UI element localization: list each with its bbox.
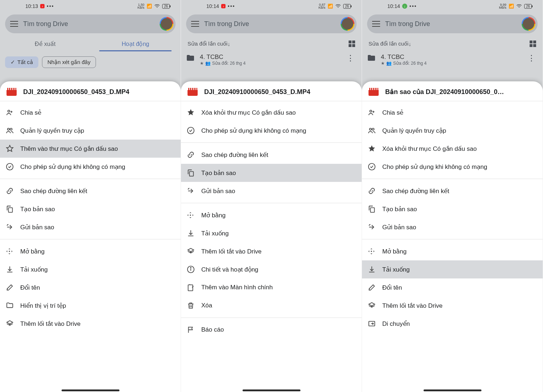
- menu-item-rename[interactable]: Đổi tên: [362, 278, 543, 297]
- svg-rect-7: [189, 171, 193, 176]
- status-more-icon: •••: [228, 3, 235, 9]
- menu-item-offline[interactable]: Cho phép sử dụng khi không có mạng: [362, 158, 543, 176]
- grid-view-icon[interactable]: [530, 41, 536, 47]
- menu-item-remove-star[interactable]: Xóa khỏi thư mục Có gắn dấu sao: [181, 103, 362, 122]
- divider: [0, 179, 181, 179]
- menu-item-report[interactable]: Báo cáo: [181, 321, 362, 339]
- menu-item-open-with[interactable]: Mở bằng: [0, 242, 181, 260]
- menu-item-move[interactable]: Di chuyển: [362, 315, 543, 333]
- open-with-icon: [6, 248, 20, 255]
- signal-icon: 📶: [509, 4, 514, 9]
- sort-row[interactable]: Sửa đổi lần cuối ↓: [362, 37, 543, 51]
- more-vertical-icon[interactable]: ⋮: [525, 54, 538, 63]
- menu-item-download[interactable]: Tải xuống: [181, 224, 362, 242]
- filter-chips: ✓Tất cảNhận xét gần đây: [0, 51, 181, 73]
- menu-label: Tạo bản sao: [382, 205, 417, 213]
- menu-item-share[interactable]: Chia sẻ: [362, 103, 543, 122]
- status-time: 10:14: [387, 3, 400, 9]
- divider: [0, 239, 181, 239]
- menu-item-access[interactable]: Quản lý quyền truy cập: [0, 122, 181, 140]
- search-placeholder: Tìm trong Drive: [204, 20, 341, 28]
- menu-item-add-star[interactable]: Thêm vào thư mục Có gắn dấu sao: [0, 140, 181, 158]
- menu-item-access[interactable]: Quản lý quyền truy cập: [362, 122, 543, 140]
- search-bar[interactable]: Tìm trong Drive: [367, 14, 538, 33]
- profile-avatar[interactable]: [341, 17, 354, 31]
- menu-item-delete[interactable]: Xóa: [181, 297, 362, 315]
- home-indicator: [243, 389, 300, 391]
- profile-avatar[interactable]: [522, 17, 535, 31]
- menu-item-offline[interactable]: Cho phép sử dụng khi không có mạng: [0, 158, 181, 176]
- screen: 10:14↓•••9,99MB/s📶26Tìm trong DriveSửa đ…: [362, 0, 543, 392]
- menu-item-send-copy[interactable]: Gửi bản sao: [181, 182, 362, 200]
- sort-row[interactable]: Sửa đổi lần cuối ↓: [181, 37, 362, 51]
- grid-view-icon[interactable]: [349, 41, 355, 47]
- svg-point-5: [9, 251, 10, 252]
- menu-item-share[interactable]: Chia sẻ: [0, 103, 181, 122]
- folder-item[interactable]: 4. TCBC★ 👥 Sửa đổi: 26 thg 4⋮: [181, 51, 362, 69]
- menu: Chia sẻQuản lý quyền truy cậpXóa khỏi th…: [362, 101, 543, 333]
- status-time: 10:13: [25, 3, 38, 9]
- menu-item-offline[interactable]: Cho phép sử dụng khi không có mạng: [181, 122, 362, 140]
- menu-label: Sao chép đường liên kết: [20, 187, 87, 195]
- menu-label: Gửi bản sao: [201, 187, 235, 195]
- menu-item-copy-link[interactable]: Sao chép đường liên kết: [0, 182, 181, 200]
- rename-icon: [6, 284, 20, 291]
- chip-recent-comments[interactable]: Nhận xét gần đây: [42, 56, 96, 68]
- menu-label: Cho phép sử dụng khi không có mạng: [20, 163, 125, 171]
- menu-label: Xóa: [201, 302, 212, 309]
- menu-item-open-with[interactable]: Mở bằng: [362, 242, 543, 260]
- menu-item-send-copy[interactable]: Gửi bản sao: [362, 218, 543, 236]
- menu-item-send-copy[interactable]: Gửi bản sao: [0, 218, 181, 236]
- menu-item-location[interactable]: Hiển thị vị trí tệp: [0, 297, 181, 315]
- more-vertical-icon[interactable]: ⋮: [344, 54, 357, 63]
- sheet-header: DJI_20240910000650_0453_D.MP4: [0, 81, 181, 101]
- profile-avatar[interactable]: [160, 17, 173, 31]
- menu-item-shortcut[interactable]: Thêm lối tắt vào Drive: [362, 297, 543, 315]
- menu-label: Sao chép đường liên kết: [382, 187, 449, 195]
- menu-item-rename[interactable]: Đổi tên: [0, 278, 181, 297]
- share-icon: [368, 108, 382, 116]
- video-file-icon: [369, 88, 379, 96]
- svg-point-10: [190, 268, 191, 268]
- folder-subtitle: ★ 👥 Sửa đổi: 26 thg 4: [381, 61, 525, 66]
- menu-item-shortcut[interactable]: Thêm lối tắt vào Drive: [181, 242, 362, 260]
- menu-item-make-copy[interactable]: Tạo bản sao: [0, 200, 181, 218]
- menu-item-make-copy[interactable]: Tạo bản sao: [181, 164, 362, 182]
- menu-item-shortcut[interactable]: Thêm lối tắt vào Drive: [0, 315, 181, 333]
- svg-point-14: [372, 128, 374, 131]
- tab-activity[interactable]: Hoạt động: [90, 37, 181, 51]
- menu-item-open-with[interactable]: Mở bằng: [181, 206, 362, 224]
- move-icon: [368, 320, 382, 328]
- report-icon: [187, 326, 201, 334]
- menu-item-details[interactable]: Chi tiết và hoạt động: [181, 260, 362, 278]
- shortcut-icon: [187, 247, 201, 255]
- menu: Xóa khỏi thư mục Có gắn dấu saoCho phép …: [181, 101, 362, 339]
- menu-label: Chia sẻ: [20, 109, 41, 116]
- divider: [181, 318, 362, 318]
- info-icon: [187, 265, 201, 273]
- search-bar[interactable]: Tìm trong Drive: [5, 14, 176, 33]
- menu-item-homescreen[interactable]: Thêm vào Màn hình chính: [181, 278, 362, 297]
- search-placeholder: Tìm trong Drive: [23, 20, 160, 28]
- folder-item[interactable]: 4. TCBC★ 👥 Sửa đổi: 26 thg 4⋮: [362, 51, 543, 69]
- menu-item-make-copy[interactable]: Tạo bản sao: [362, 200, 543, 218]
- menu-label: Hiển thị vị trí tệp: [20, 302, 66, 310]
- menu-icon[interactable]: [372, 21, 380, 27]
- tiktok-badge-icon: ♪: [221, 4, 226, 8]
- menu-item-copy-link[interactable]: Sao chép đường liên kết: [181, 146, 362, 164]
- chip-all[interactable]: ✓Tất cả: [5, 56, 38, 68]
- copy-icon: [6, 205, 20, 213]
- folder-title: 4. TCBC: [200, 54, 344, 61]
- status-time: 10:14: [206, 3, 219, 9]
- search-bar[interactable]: Tìm trong Drive: [186, 14, 357, 33]
- tab-suggested[interactable]: Đề xuất: [0, 37, 90, 51]
- menu-item-download[interactable]: Tải xuống: [0, 260, 181, 278]
- menu-icon[interactable]: [10, 21, 18, 27]
- menu-icon[interactable]: [191, 21, 199, 27]
- access-icon: [368, 127, 382, 135]
- menu-item-download[interactable]: Tải xuống: [362, 260, 543, 278]
- svg-point-8: [190, 214, 191, 216]
- link-icon: [6, 187, 20, 195]
- menu-item-remove-star[interactable]: Xóa khỏi thư mục Có gắn dấu sao: [362, 140, 543, 158]
- menu-item-copy-link[interactable]: Sao chép đường liên kết: [362, 182, 543, 200]
